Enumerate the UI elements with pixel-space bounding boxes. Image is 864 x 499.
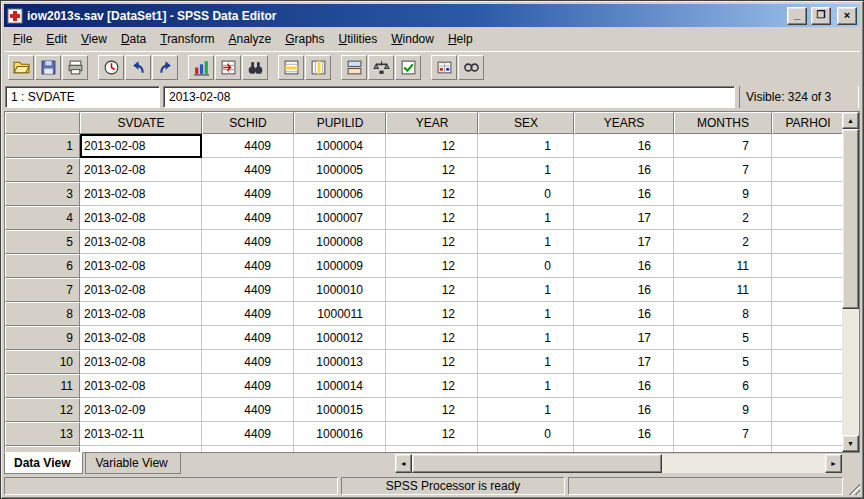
minimize-button[interactable]: _ [787, 7, 807, 25]
dialog-recall-button[interactable] [98, 55, 124, 80]
menu-item-view[interactable]: View [74, 29, 114, 49]
scroll-right-icon[interactable]: ► [825, 454, 842, 473]
grid-cell[interactable]: 1000007 [294, 206, 386, 230]
grid-cell[interactable]: 2013-02-11 [80, 422, 202, 446]
grid-cell[interactable]: 12 [386, 230, 478, 254]
grid-cell[interactable]: 1 [478, 350, 574, 374]
grid-cell[interactable]: 12 [386, 350, 478, 374]
grid-cell[interactable]: 6 [674, 374, 772, 398]
grid-cell[interactable]: 16 [574, 182, 674, 206]
grid-cell[interactable]: 4409 [202, 374, 294, 398]
grid-cell[interactable]: 12 [386, 374, 478, 398]
grid-cell[interactable]: 1000012 [294, 326, 386, 350]
grid-cell[interactable]: 8 [674, 302, 772, 326]
grid-cell[interactable] [772, 206, 842, 230]
grid-cell[interactable]: 0 [478, 182, 574, 206]
row-header-13[interactable]: 13 [5, 422, 80, 446]
grid-cell[interactable] [772, 134, 842, 158]
menu-item-edit[interactable]: Edit [39, 29, 74, 49]
row-header-5[interactable]: 5 [5, 230, 80, 254]
menu-item-analyze[interactable]: Analyze [221, 29, 278, 49]
grid-cell[interactable]: 2013-02-08 [80, 158, 202, 182]
grid-cell[interactable]: 4409 [202, 422, 294, 446]
grid-cell[interactable]: 16 [574, 446, 674, 452]
grid-cell[interactable]: 2013-02-08 [80, 326, 202, 350]
grid-cell[interactable]: 12 [386, 206, 478, 230]
maximize-button[interactable]: ❐ [811, 7, 831, 25]
grid-cell[interactable]: 16 [574, 398, 674, 422]
grid-cell[interactable]: 2013-02-08 [80, 230, 202, 254]
find-button[interactable] [242, 55, 268, 80]
grid-cell[interactable] [772, 254, 842, 278]
grid-cell[interactable] [772, 374, 842, 398]
grid-cell[interactable]: 12 [386, 446, 478, 452]
grid-cell[interactable]: 1000009 [294, 254, 386, 278]
grid-cell[interactable]: 0 [478, 422, 574, 446]
row-header-12[interactable]: 12 [5, 398, 80, 422]
grid-cell[interactable]: 2013-02-08 [80, 206, 202, 230]
grid-cell[interactable]: 2013-02-08 [80, 302, 202, 326]
grid-cell[interactable]: 4409 [202, 302, 294, 326]
grid-cell[interactable]: 9 [674, 398, 772, 422]
grid-cell[interactable] [772, 278, 842, 302]
grid-cell[interactable]: 5 [674, 326, 772, 350]
grid-cell[interactable]: 12 [386, 158, 478, 182]
grid-cell[interactable]: 1000015 [294, 398, 386, 422]
grid-cell[interactable]: 11 [674, 278, 772, 302]
grid-cell[interactable]: 17 [574, 350, 674, 374]
grid-cell[interactable]: 12 [386, 254, 478, 278]
grid-cell[interactable]: 1 [478, 302, 574, 326]
grid-cell[interactable] [772, 350, 842, 374]
grid-cell[interactable]: 12 [386, 326, 478, 350]
tab-data-view[interactable]: Data View [4, 452, 83, 474]
scroll-left-icon[interactable]: ◄ [395, 454, 412, 473]
grid-cell[interactable]: 0 [478, 254, 574, 278]
grid-cell[interactable]: 2013-02-08 [80, 254, 202, 278]
grid-cell[interactable]: 4409 [202, 134, 294, 158]
grid-cell[interactable]: 1000006 [294, 182, 386, 206]
value-labels-button[interactable] [431, 55, 457, 80]
row-header-4[interactable]: 4 [5, 206, 80, 230]
column-header-pupilid[interactable]: PUPILID [294, 112, 386, 134]
grid-cell[interactable]: 1 [478, 398, 574, 422]
grid-cell[interactable]: 2013-02-11 [80, 446, 202, 452]
column-header-years[interactable]: YEARS [574, 112, 674, 134]
grid-cell[interactable]: 7 [674, 422, 772, 446]
grid-cell[interactable]: 2013-02-08 [80, 278, 202, 302]
grid-cell[interactable]: 11 [674, 254, 772, 278]
grid-cell[interactable]: 1 [478, 374, 574, 398]
grid-cell[interactable]: 4409 [202, 350, 294, 374]
horizontal-scroll-thumb[interactable] [412, 454, 662, 473]
grid-cell[interactable]: 4409 [202, 230, 294, 254]
menu-item-transform[interactable]: Transform [153, 29, 221, 49]
redo-button[interactable] [152, 55, 178, 80]
row-header-10[interactable]: 10 [5, 350, 80, 374]
select-cases-button[interactable] [395, 55, 421, 80]
grid-cell[interactable]: 12 [386, 302, 478, 326]
grid-cell[interactable] [772, 158, 842, 182]
grid-cell[interactable]: 4409 [202, 398, 294, 422]
row-header-1[interactable]: 1 [5, 134, 80, 158]
grid-cell[interactable]: 16 [574, 422, 674, 446]
column-header-months[interactable]: MONTHS [674, 112, 772, 134]
grid-cell[interactable]: 4409 [202, 326, 294, 350]
grid-cell[interactable]: 12 [386, 398, 478, 422]
grid-cell[interactable]: 4409 [202, 254, 294, 278]
row-header-6[interactable]: 6 [5, 254, 80, 278]
row-header-7[interactable]: 7 [5, 278, 80, 302]
menu-item-window[interactable]: Window [384, 29, 441, 49]
undo-button[interactable] [125, 55, 151, 80]
title-bar[interactable]: iow2013s.sav [DataSet1] - SPSS Data Edit… [4, 4, 860, 27]
grid-cell[interactable]: 1000011 [294, 302, 386, 326]
column-header-svdate[interactable]: SVDATE [80, 112, 202, 134]
save-file-button[interactable] [35, 55, 61, 80]
grid-cell[interactable]: 2013-02-08 [80, 374, 202, 398]
grid-cell[interactable]: 16 [574, 278, 674, 302]
use-variable-sets-button[interactable] [458, 55, 484, 80]
scroll-up-icon[interactable]: ▲ [842, 112, 859, 129]
scroll-down-icon[interactable]: ▼ [842, 435, 859, 452]
grid-cell[interactable]: 1 [478, 278, 574, 302]
grid-cell[interactable]: 1000005 [294, 158, 386, 182]
grid-cell[interactable]: 4409 [202, 206, 294, 230]
split-file-button[interactable] [341, 55, 367, 80]
